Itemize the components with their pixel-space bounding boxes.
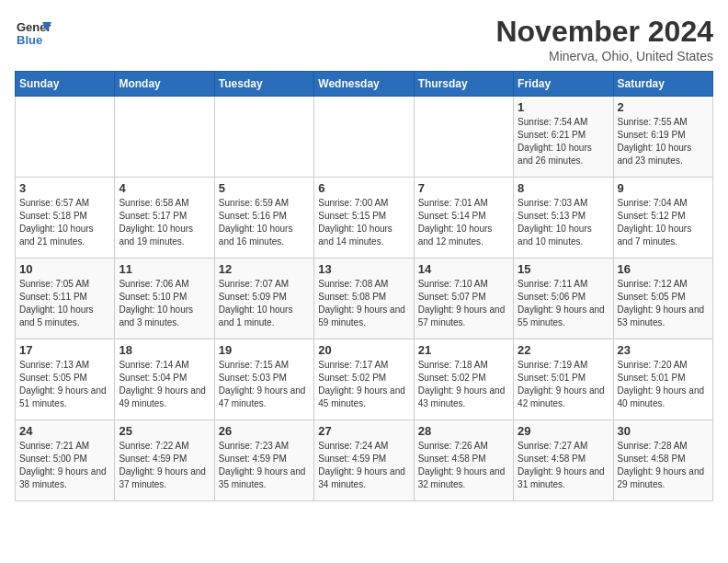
table-row: 24Sunrise: 7:21 AM Sunset: 5:00 PM Dayli… (16, 420, 115, 501)
table-row: 25Sunrise: 7:22 AM Sunset: 4:59 PM Dayli… (115, 420, 214, 501)
day-info: Sunrise: 6:58 AM Sunset: 5:17 PM Dayligh… (119, 197, 210, 248)
table-row: 8Sunrise: 7:03 AM Sunset: 5:13 PM Daylig… (514, 178, 613, 259)
table-row: 29Sunrise: 7:27 AM Sunset: 4:58 PM Dayli… (514, 420, 613, 501)
table-row: 30Sunrise: 7:28 AM Sunset: 4:58 PM Dayli… (613, 420, 712, 501)
table-row: 17Sunrise: 7:13 AM Sunset: 5:05 PM Dayli… (16, 339, 115, 420)
day-info: Sunrise: 6:57 AM Sunset: 5:18 PM Dayligh… (19, 197, 110, 248)
day-number: 2 (618, 100, 709, 114)
calendar-week-row: 10Sunrise: 7:05 AM Sunset: 5:11 PM Dayli… (16, 259, 713, 339)
table-row: 10Sunrise: 7:05 AM Sunset: 5:11 PM Dayli… (16, 259, 115, 339)
table-row: 27Sunrise: 7:24 AM Sunset: 4:59 PM Dayli… (314, 420, 414, 501)
table-row (16, 97, 115, 178)
day-info: Sunrise: 7:10 AM Sunset: 5:07 PM Dayligh… (418, 278, 509, 329)
day-number: 21 (418, 343, 509, 357)
day-number: 5 (219, 181, 310, 195)
day-number: 3 (19, 181, 110, 195)
table-row: 3Sunrise: 6:57 AM Sunset: 5:18 PM Daylig… (16, 178, 115, 259)
day-number: 19 (219, 343, 310, 357)
table-row: 19Sunrise: 7:15 AM Sunset: 5:03 PM Dayli… (214, 339, 313, 420)
day-info: Sunrise: 7:28 AM Sunset: 4:58 PM Dayligh… (618, 440, 709, 491)
day-info: Sunrise: 6:59 AM Sunset: 5:16 PM Dayligh… (219, 197, 310, 248)
day-info: Sunrise: 7:01 AM Sunset: 5:14 PM Dayligh… (418, 197, 509, 248)
table-row: 13Sunrise: 7:08 AM Sunset: 5:08 PM Dayli… (314, 259, 414, 339)
table-row: 1Sunrise: 7:54 AM Sunset: 6:21 PM Daylig… (514, 97, 613, 178)
day-number: 13 (318, 262, 409, 276)
day-info: Sunrise: 7:08 AM Sunset: 5:08 PM Dayligh… (318, 278, 409, 329)
col-monday: Monday (115, 72, 214, 97)
day-number: 4 (119, 181, 210, 195)
table-row: 5Sunrise: 6:59 AM Sunset: 5:16 PM Daylig… (214, 178, 313, 259)
day-number: 7 (418, 181, 509, 195)
location-subtitle: Minerva, Ohio, United States (495, 49, 713, 63)
day-number: 17 (19, 343, 110, 357)
day-info: Sunrise: 7:19 AM Sunset: 5:01 PM Dayligh… (518, 359, 609, 410)
day-number: 11 (119, 262, 210, 276)
day-info: Sunrise: 7:54 AM Sunset: 6:21 PM Dayligh… (518, 116, 609, 167)
day-info: Sunrise: 7:26 AM Sunset: 4:58 PM Dayligh… (418, 440, 509, 491)
day-info: Sunrise: 7:20 AM Sunset: 5:01 PM Dayligh… (618, 359, 709, 410)
table-row: 28Sunrise: 7:26 AM Sunset: 4:58 PM Dayli… (414, 420, 513, 501)
day-number: 25 (119, 424, 210, 438)
calendar-week-row: 17Sunrise: 7:13 AM Sunset: 5:05 PM Dayli… (16, 339, 713, 420)
day-number: 30 (618, 424, 709, 438)
logo-icon: General Blue (15, 15, 51, 52)
table-row: 12Sunrise: 7:07 AM Sunset: 5:09 PM Dayli… (214, 259, 313, 339)
col-sunday: Sunday (16, 72, 115, 97)
day-info: Sunrise: 7:11 AM Sunset: 5:06 PM Dayligh… (518, 278, 609, 329)
header: General Blue November 2024 Minerva, Ohio… (15, 15, 713, 63)
day-info: Sunrise: 7:23 AM Sunset: 4:59 PM Dayligh… (219, 440, 310, 491)
table-row: 23Sunrise: 7:20 AM Sunset: 5:01 PM Dayli… (613, 339, 712, 420)
col-wednesday: Wednesday (314, 72, 414, 97)
day-number: 14 (418, 262, 509, 276)
table-row: 22Sunrise: 7:19 AM Sunset: 5:01 PM Dayli… (514, 339, 613, 420)
table-row: 15Sunrise: 7:11 AM Sunset: 5:06 PM Dayli… (514, 259, 613, 339)
day-info: Sunrise: 7:15 AM Sunset: 5:03 PM Dayligh… (219, 359, 310, 410)
day-info: Sunrise: 7:14 AM Sunset: 5:04 PM Dayligh… (119, 359, 210, 410)
day-number: 16 (618, 262, 709, 276)
day-number: 29 (518, 424, 609, 438)
day-number: 15 (518, 262, 609, 276)
month-year-title: November 2024 (495, 15, 713, 49)
day-info: Sunrise: 7:12 AM Sunset: 5:05 PM Dayligh… (618, 278, 709, 329)
day-number: 28 (418, 424, 509, 438)
col-tuesday: Tuesday (214, 72, 313, 97)
day-number: 10 (19, 262, 110, 276)
table-row (214, 97, 313, 178)
day-info: Sunrise: 7:27 AM Sunset: 4:58 PM Dayligh… (518, 440, 609, 491)
day-number: 1 (518, 100, 609, 114)
calendar-header-row: Sunday Monday Tuesday Wednesday Thursday… (16, 72, 713, 97)
day-info: Sunrise: 7:03 AM Sunset: 5:13 PM Dayligh… (518, 197, 609, 248)
day-info: Sunrise: 7:55 AM Sunset: 6:19 PM Dayligh… (618, 116, 709, 167)
day-info: Sunrise: 7:18 AM Sunset: 5:02 PM Dayligh… (418, 359, 509, 410)
table-row: 18Sunrise: 7:14 AM Sunset: 5:04 PM Dayli… (115, 339, 214, 420)
table-row: 16Sunrise: 7:12 AM Sunset: 5:05 PM Dayli… (613, 259, 712, 339)
table-row: 6Sunrise: 7:00 AM Sunset: 5:15 PM Daylig… (314, 178, 414, 259)
table-row (414, 97, 513, 178)
col-friday: Friday (514, 72, 613, 97)
day-info: Sunrise: 7:00 AM Sunset: 5:15 PM Dayligh… (318, 197, 409, 248)
day-number: 6 (318, 181, 409, 195)
day-number: 24 (19, 424, 110, 438)
calendar-week-row: 1Sunrise: 7:54 AM Sunset: 6:21 PM Daylig… (16, 97, 713, 178)
col-thursday: Thursday (414, 72, 513, 97)
day-info: Sunrise: 7:24 AM Sunset: 4:59 PM Dayligh… (318, 440, 409, 491)
day-info: Sunrise: 7:07 AM Sunset: 5:09 PM Dayligh… (219, 278, 310, 329)
table-row: 2Sunrise: 7:55 AM Sunset: 6:19 PM Daylig… (613, 97, 712, 178)
day-info: Sunrise: 7:21 AM Sunset: 5:00 PM Dayligh… (19, 440, 110, 491)
day-number: 9 (618, 181, 709, 195)
calendar-week-row: 24Sunrise: 7:21 AM Sunset: 5:00 PM Dayli… (16, 420, 713, 501)
table-row: 9Sunrise: 7:04 AM Sunset: 5:12 PM Daylig… (613, 178, 712, 259)
table-row: 26Sunrise: 7:23 AM Sunset: 4:59 PM Dayli… (214, 420, 313, 501)
table-row (314, 97, 414, 178)
day-info: Sunrise: 7:06 AM Sunset: 5:10 PM Dayligh… (119, 278, 210, 329)
logo: General Blue (15, 15, 51, 52)
table-row: 4Sunrise: 6:58 AM Sunset: 5:17 PM Daylig… (115, 178, 214, 259)
table-row: 14Sunrise: 7:10 AM Sunset: 5:07 PM Dayli… (414, 259, 513, 339)
table-row: 20Sunrise: 7:17 AM Sunset: 5:02 PM Dayli… (314, 339, 414, 420)
day-info: Sunrise: 7:22 AM Sunset: 4:59 PM Dayligh… (119, 440, 210, 491)
table-row: 11Sunrise: 7:06 AM Sunset: 5:10 PM Dayli… (115, 259, 214, 339)
day-info: Sunrise: 7:05 AM Sunset: 5:11 PM Dayligh… (19, 278, 110, 329)
day-number: 8 (518, 181, 609, 195)
svg-text:Blue: Blue (17, 33, 42, 47)
table-row (115, 97, 214, 178)
